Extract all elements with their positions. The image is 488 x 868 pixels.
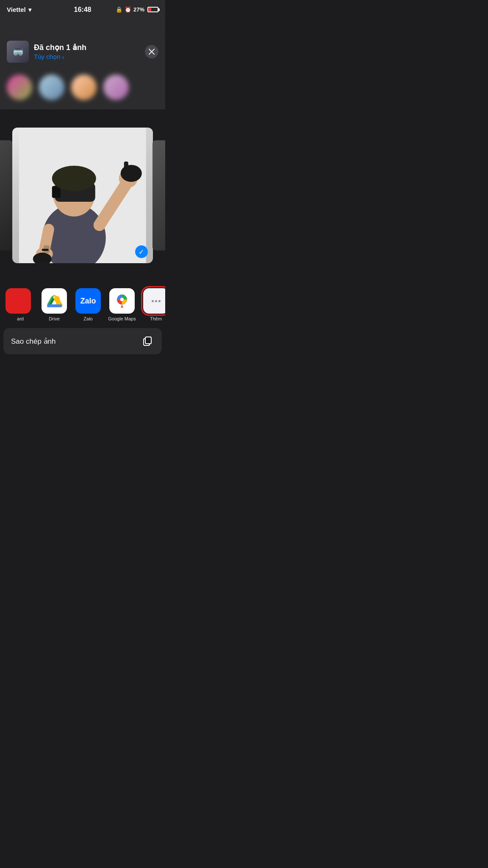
svg-rect-38 xyxy=(145,337,151,344)
copy-photo-action[interactable]: Sao chép ảnh xyxy=(3,328,162,354)
drive-app-icon xyxy=(42,288,67,314)
image-area: ✓ xyxy=(0,109,165,281)
more-label: Thêm xyxy=(150,316,162,321)
chevron-icon: › xyxy=(62,53,64,61)
status-left: Viettel ▾ xyxy=(7,6,31,13)
drive-logo xyxy=(46,292,63,309)
more-dot-3 xyxy=(158,300,161,302)
more-app-icon xyxy=(143,288,165,314)
options-label: Tùy chọn xyxy=(34,53,60,61)
contact-item[interactable] xyxy=(103,75,129,103)
contact-avatar xyxy=(7,75,32,100)
contact-avatar xyxy=(39,75,64,100)
maps-logo xyxy=(114,292,130,309)
app-share-row: ard xyxy=(0,281,165,328)
alarm-icon: ⏰ xyxy=(125,6,131,13)
share-sheet: 🥽 Đã chọn 1 ảnh Tùy chọn › xyxy=(0,34,165,358)
action-left: Sao chép ảnh xyxy=(11,337,55,346)
svg-point-5 xyxy=(52,166,96,191)
vr-image: ✓ xyxy=(12,128,153,263)
contact-item[interactable] xyxy=(71,75,97,103)
zalo-app-icon: Zalo xyxy=(75,288,101,314)
partial-app-label: ard xyxy=(17,316,24,321)
maps-app-icon xyxy=(109,288,135,314)
vr-person-illustration xyxy=(12,128,153,263)
more-dot-2 xyxy=(155,300,157,302)
share-header: 🥽 Đã chọn 1 ảnh Tùy chọn › xyxy=(0,34,165,68)
svg-point-8 xyxy=(121,165,142,182)
header-text: Đã chọn 1 ảnh Tùy chọn › xyxy=(34,43,140,61)
selected-check-badge: ✓ xyxy=(135,245,148,258)
drive-label: Drive xyxy=(49,316,60,321)
svg-rect-4 xyxy=(52,186,61,198)
carrier-label: Viettel xyxy=(7,6,26,13)
svg-rect-9 xyxy=(124,161,128,174)
copy-photo-label: Sao chép ảnh xyxy=(11,337,55,346)
svg-rect-14 xyxy=(42,249,49,251)
contact-row xyxy=(0,68,165,109)
copy-icon-box xyxy=(141,335,154,348)
app-item-more[interactable]: Thêm xyxy=(139,288,165,321)
app-item-drive[interactable]: Drive xyxy=(37,288,71,321)
side-image-right xyxy=(152,140,165,250)
copy-icon xyxy=(142,335,154,347)
status-bar: Viettel ▾ 16:48 🔒 ⏰ 27% xyxy=(0,0,165,17)
lock-icon: 🔒 xyxy=(116,6,122,13)
header-title: Đã chọn 1 ảnh xyxy=(34,43,140,52)
contact-item[interactable] xyxy=(39,75,64,103)
svg-marker-30 xyxy=(54,295,61,305)
svg-marker-31 xyxy=(47,304,61,306)
partial-app-icon xyxy=(6,288,31,314)
svg-point-34 xyxy=(120,298,124,301)
contact-item[interactable] xyxy=(7,75,32,103)
status-right: 🔒 ⏰ 27% xyxy=(116,6,158,13)
selected-thumbnail: 🥽 xyxy=(7,41,29,63)
options-link[interactable]: Tùy chọn › xyxy=(34,53,140,61)
zalo-label: Zalo xyxy=(83,316,92,321)
action-section: Sao chép ảnh xyxy=(3,328,162,354)
close-icon xyxy=(149,49,155,55)
time-display: 16:48 xyxy=(74,6,92,14)
battery-label: 27% xyxy=(133,6,144,13)
maps-label: Google Maps xyxy=(108,316,136,321)
zalo-text: Zalo xyxy=(80,297,96,306)
battery-icon xyxy=(147,7,158,12)
app-item-zalo[interactable]: Zalo Zalo xyxy=(71,288,105,321)
contact-avatar xyxy=(71,75,97,100)
app-item-partial[interactable]: ard xyxy=(3,288,37,321)
side-image-left xyxy=(0,140,13,250)
app-item-maps[interactable]: Google Maps xyxy=(105,288,139,321)
close-button[interactable] xyxy=(145,45,158,58)
wifi-icon: ▾ xyxy=(28,6,31,13)
thumb-image: 🥽 xyxy=(7,41,29,63)
more-dot-1 xyxy=(152,300,154,302)
contact-avatar xyxy=(103,75,129,100)
main-image-container: ✓ xyxy=(12,128,153,263)
